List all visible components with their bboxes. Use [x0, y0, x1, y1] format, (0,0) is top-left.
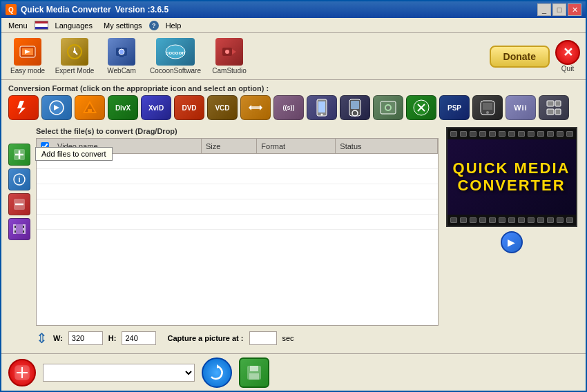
format-flash[interactable]: [8, 95, 39, 120]
film-hole: [499, 217, 506, 223]
format-surround[interactable]: ((s)): [273, 95, 304, 120]
film-hole: [479, 217, 486, 223]
toolbar-camstudio[interactable]: CamStudio: [209, 38, 250, 75]
capture-label: Capture a picture at :: [167, 334, 243, 342]
svg-rect-7: [119, 56, 124, 57]
film-hole: [450, 131, 457, 137]
svg-point-6: [119, 49, 124, 55]
film-hole: [470, 131, 477, 137]
check-all[interactable]: [41, 142, 49, 150]
width-input[interactable]: [68, 331, 103, 345]
cocoon-icon: cocoon: [156, 38, 195, 66]
film-hole: [557, 217, 564, 223]
film-hole: [479, 131, 486, 137]
format-icons: DivX XviD DVD VCD ((s)) PSP: [8, 95, 579, 120]
save-button[interactable]: [239, 357, 269, 388]
play-button[interactable]: ▶: [501, 231, 523, 253]
capture-input[interactable]: [249, 331, 277, 345]
film-hole: [508, 131, 515, 137]
svg-rect-55: [250, 366, 258, 371]
minimize-button[interactable]: _: [537, 3, 551, 16]
format-zune[interactable]: [472, 95, 503, 120]
svg-rect-48: [23, 226, 24, 228]
film-hole: [547, 131, 554, 137]
title-bar-left: Q Quick Media Converter Version :3.6.5: [6, 4, 169, 15]
toolbar-webcam[interactable]: WebCam: [101, 38, 142, 75]
refresh-button[interactable]: [202, 357, 232, 388]
format-quicktime[interactable]: [41, 95, 72, 120]
preview-title: QUICK MEDIA CONVERTER: [453, 160, 570, 193]
table-row: [37, 154, 438, 169]
table-row: [37, 199, 438, 215]
film-button[interactable]: [8, 218, 30, 240]
camstudio-icon: [215, 38, 243, 66]
easy-mode-icon: [14, 38, 41, 66]
format-mobile[interactable]: [307, 95, 337, 120]
svg-rect-23: [351, 101, 359, 109]
expert-mode-icon: [61, 38, 88, 66]
film-strip-top: [448, 128, 576, 139]
film-hole: [557, 131, 564, 137]
format-vlc[interactable]: [75, 95, 105, 120]
format-ipod[interactable]: [340, 95, 370, 120]
file-table-area: Select the file(s) to convert (Drag/Drop…: [36, 127, 439, 349]
donate-button[interactable]: Donate: [490, 46, 550, 68]
film-hole: [499, 131, 506, 137]
film-hole: [566, 131, 573, 137]
film-hole: [528, 217, 535, 223]
side-buttons: Add files to convert i: [8, 127, 33, 349]
svg-text:cocoon: cocoon: [166, 50, 186, 56]
info-button[interactable]: i: [8, 168, 30, 190]
svg-point-12: [225, 50, 229, 54]
format-xbox[interactable]: [406, 95, 436, 120]
film-hole: [537, 131, 544, 137]
table-row: [37, 169, 438, 184]
maximize-button[interactable]: □: [552, 3, 566, 16]
camstudio-label: CamStudio: [212, 67, 246, 75]
flag-icon: [35, 21, 48, 30]
quit-button[interactable]: ✕ Quit: [555, 40, 580, 72]
toolbar: Easy mode Expert Mode WebCam cocoon Coco…: [1, 33, 586, 80]
width-label: W:: [53, 334, 63, 342]
format-psp[interactable]: PSP: [439, 95, 470, 120]
quit-label: Quit: [561, 65, 574, 72]
format-select[interactable]: [43, 364, 195, 382]
film-hole: [528, 131, 535, 137]
film-strip-bottom: [448, 215, 576, 226]
app-version: Version :3.6.5: [115, 5, 169, 14]
svg-point-4: [73, 50, 76, 53]
menu-item-settings[interactable]: My settings: [99, 20, 146, 31]
menu-item-menu[interactable]: Menu: [4, 20, 32, 31]
menu-item-languages[interactable]: Languages: [51, 20, 97, 31]
film-hole: [470, 217, 477, 223]
height-input[interactable]: [122, 331, 156, 345]
format-dvd[interactable]: DVD: [174, 95, 204, 120]
film-hole: [508, 217, 515, 223]
add-files-button[interactable]: Add files to convert: [8, 144, 30, 166]
help-icon: ?: [149, 21, 159, 30]
format-extra[interactable]: [539, 95, 569, 120]
toolbar-expert-mode[interactable]: Expert Mode: [54, 38, 95, 75]
film-hole: [537, 217, 544, 223]
format-xvid[interactable]: XviD: [141, 95, 171, 120]
toolbar-cocoon[interactable]: cocoon CocoonSoftware: [148, 38, 203, 75]
svg-point-21: [321, 114, 323, 116]
toolbar-easy-mode[interactable]: Easy mode: [7, 38, 48, 75]
svg-rect-34: [555, 101, 561, 106]
window-controls: _ □ ✕: [537, 3, 581, 16]
menu-item-help[interactable]: Help: [162, 20, 186, 31]
close-button[interactable]: ✕: [568, 3, 581, 16]
svg-rect-35: [555, 109, 561, 115]
convert-button[interactable]: [8, 359, 36, 386]
format-wii[interactable]: Wii: [506, 95, 536, 120]
remove-button[interactable]: [8, 193, 30, 215]
film-hole: [566, 217, 573, 223]
format-divx[interactable]: DivX: [108, 95, 138, 120]
format-photo[interactable]: [373, 95, 403, 120]
format-audio[interactable]: [240, 95, 271, 120]
film-hole: [450, 217, 457, 223]
svg-point-31: [486, 111, 489, 114]
resize-icon[interactable]: ⇕: [36, 330, 48, 346]
format-vcd[interactable]: VCD: [207, 95, 238, 120]
format-section: Conversion Format (click on the appropri…: [1, 80, 586, 123]
